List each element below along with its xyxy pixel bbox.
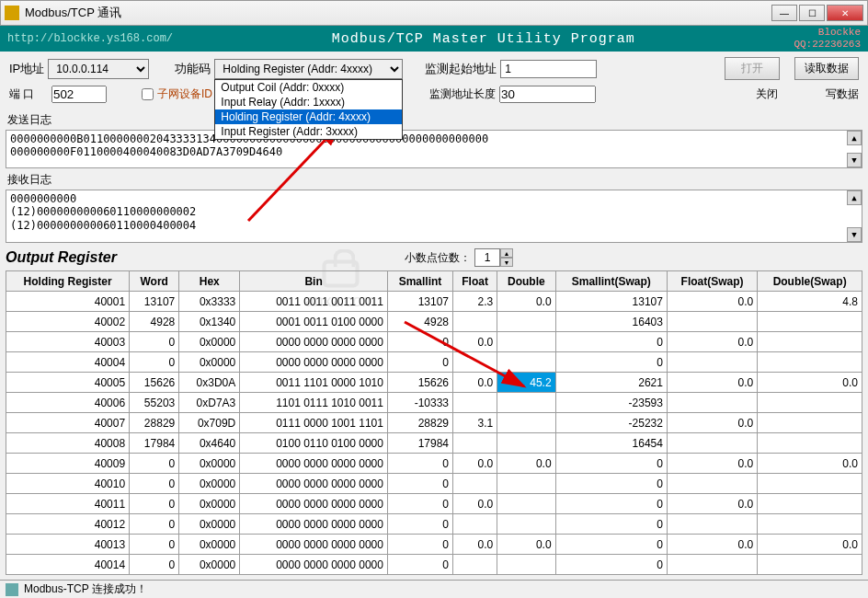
- table-cell[interactable]: 0011 0011 0011 0011: [240, 292, 388, 312]
- table-cell[interactable]: [758, 433, 862, 454]
- column-header[interactable]: Float: [453, 271, 497, 292]
- scroll-up-icon[interactable]: ▲: [847, 131, 862, 145]
- table-cell[interactable]: [453, 352, 497, 373]
- table-cell[interactable]: 0.0: [453, 535, 497, 555]
- decimal-input[interactable]: [474, 248, 500, 267]
- table-cell[interactable]: 0000 0000 0000 0000: [240, 535, 388, 555]
- table-cell[interactable]: 0.0: [667, 373, 757, 393]
- send-log-box[interactable]: 0000000000B01100000002043333134000000000…: [6, 130, 862, 168]
- column-header[interactable]: Bin: [240, 271, 388, 292]
- table-cell[interactable]: 0.0: [497, 292, 555, 312]
- recv-log-box[interactable]: 0000000000 (12)000000000060110000000002 …: [6, 190, 862, 243]
- table-cell[interactable]: [453, 555, 497, 575]
- table-cell[interactable]: [667, 312, 757, 332]
- close-conn-button[interactable]: 关闭: [756, 86, 811, 102]
- table-cell[interactable]: 0.0: [453, 332, 497, 352]
- func-option-input-relay[interactable]: Input Relay (Addr: 1xxxx): [215, 95, 402, 109]
- decimal-spinner[interactable]: ▲▼: [474, 248, 513, 267]
- spinner-up-icon[interactable]: ▲: [500, 248, 513, 258]
- table-cell[interactable]: 40012: [6, 514, 130, 535]
- table-cell[interactable]: 0: [555, 535, 667, 555]
- table-cell[interactable]: 0: [130, 514, 179, 535]
- table-cell[interactable]: 0011 1101 0000 1010: [240, 373, 388, 393]
- column-header[interactable]: Hex: [179, 271, 240, 292]
- table-cell[interactable]: 0: [387, 454, 452, 474]
- open-button[interactable]: 打开: [725, 57, 780, 80]
- table-cell[interactable]: 0.0: [453, 494, 497, 514]
- table-cell[interactable]: 40002: [6, 312, 130, 332]
- table-cell[interactable]: [497, 514, 555, 535]
- table-cell[interactable]: 4.8: [758, 292, 862, 312]
- table-cell[interactable]: [758, 413, 862, 433]
- table-cell[interactable]: 40001: [6, 292, 130, 312]
- table-cell[interactable]: [667, 393, 757, 413]
- table-cell[interactable]: 0: [130, 494, 179, 514]
- start-addr-input[interactable]: [500, 60, 597, 78]
- table-cell[interactable]: 16403: [555, 312, 667, 332]
- table-row[interactable]: 40007288290x709D0111 0000 1001 110128829…: [6, 413, 862, 433]
- table-cell[interactable]: 0: [555, 555, 667, 575]
- table-cell[interactable]: 0: [555, 514, 667, 535]
- scroll-down-icon[interactable]: ▼: [847, 227, 862, 242]
- table-cell[interactable]: [758, 514, 862, 535]
- table-cell[interactable]: [497, 433, 555, 454]
- table-cell[interactable]: 0000 0000 0000 0000: [240, 555, 388, 575]
- table-cell[interactable]: [667, 433, 757, 454]
- table-cell[interactable]: 0000 0000 0000 0000: [240, 474, 388, 494]
- column-header[interactable]: Smallint: [387, 271, 452, 292]
- table-row[interactable]: 4001200x00000000 0000 0000 000000: [6, 514, 862, 535]
- scroll-up-icon[interactable]: ▲: [847, 190, 862, 205]
- column-header[interactable]: Word: [130, 271, 179, 292]
- table-cell[interactable]: 0: [555, 454, 667, 474]
- table-cell[interactable]: [758, 555, 862, 575]
- table-cell[interactable]: 0.0: [758, 535, 862, 555]
- table-cell[interactable]: 0: [387, 555, 452, 575]
- table-cell[interactable]: 0.0: [667, 292, 757, 312]
- table-cell[interactable]: 0000 0000 0000 0000: [240, 494, 388, 514]
- table-cell[interactable]: 0: [130, 474, 179, 494]
- table-cell[interactable]: 28829: [130, 413, 179, 433]
- table-cell[interactable]: [497, 312, 555, 332]
- table-cell[interactable]: 0x0000: [179, 514, 240, 535]
- table-cell[interactable]: 13107: [555, 292, 667, 312]
- spinner-down-icon[interactable]: ▼: [500, 258, 513, 267]
- maximize-button[interactable]: ☐: [799, 5, 825, 21]
- ip-select[interactable]: 10.0.0.114: [48, 59, 149, 79]
- table-cell[interactable]: 0x0000: [179, 474, 240, 494]
- table-cell[interactable]: 40004: [6, 352, 130, 373]
- table-cell[interactable]: 0x4640: [179, 433, 240, 454]
- table-cell[interactable]: [758, 352, 862, 373]
- table-cell[interactable]: -10333: [387, 393, 452, 413]
- table-cell[interactable]: 0: [130, 555, 179, 575]
- table-cell[interactable]: [497, 474, 555, 494]
- write-data-button[interactable]: 写数据: [826, 86, 859, 102]
- table-cell[interactable]: [497, 494, 555, 514]
- table-cell[interactable]: 0: [555, 494, 667, 514]
- function-code-select[interactable]: Holding Register (Addr: 4xxxx): [214, 59, 403, 79]
- len-input[interactable]: [499, 86, 596, 103]
- table-cell[interactable]: 0: [130, 352, 179, 373]
- table-cell[interactable]: 0000 0000 0000 0000: [240, 514, 388, 535]
- func-option-input-register[interactable]: Input Register (Addr: 3xxxx): [215, 124, 402, 139]
- table-cell[interactable]: 0: [387, 474, 452, 494]
- table-cell[interactable]: 0.0: [667, 494, 757, 514]
- table-cell[interactable]: 0: [555, 352, 667, 373]
- table-cell[interactable]: 0x3333: [179, 292, 240, 312]
- close-button[interactable]: ✕: [827, 5, 863, 21]
- table-cell[interactable]: [453, 474, 497, 494]
- table-cell[interactable]: [758, 393, 862, 413]
- table-cell[interactable]: 0: [387, 332, 452, 352]
- table-cell[interactable]: 0x0000: [179, 494, 240, 514]
- func-option-holding-register[interactable]: Holding Register (Addr: 4xxxx): [215, 109, 402, 124]
- table-cell[interactable]: 0000 0000 0000 0000: [240, 352, 388, 373]
- table-cell[interactable]: [497, 352, 555, 373]
- table-row[interactable]: 40008179840x46400100 0110 0100 000017984…: [6, 433, 862, 454]
- table-cell[interactable]: -25232: [555, 413, 667, 433]
- table-cell[interactable]: 0.0: [453, 454, 497, 474]
- table-cell[interactable]: 15626: [130, 373, 179, 393]
- table-cell[interactable]: [758, 494, 862, 514]
- table-row[interactable]: 4000900x00000000 0000 0000 000000.00.000…: [6, 454, 862, 474]
- table-row[interactable]: 40006552030xD7A31101 0111 1010 0011-1033…: [6, 393, 862, 413]
- table-cell[interactable]: [497, 555, 555, 575]
- table-cell[interactable]: 40011: [6, 494, 130, 514]
